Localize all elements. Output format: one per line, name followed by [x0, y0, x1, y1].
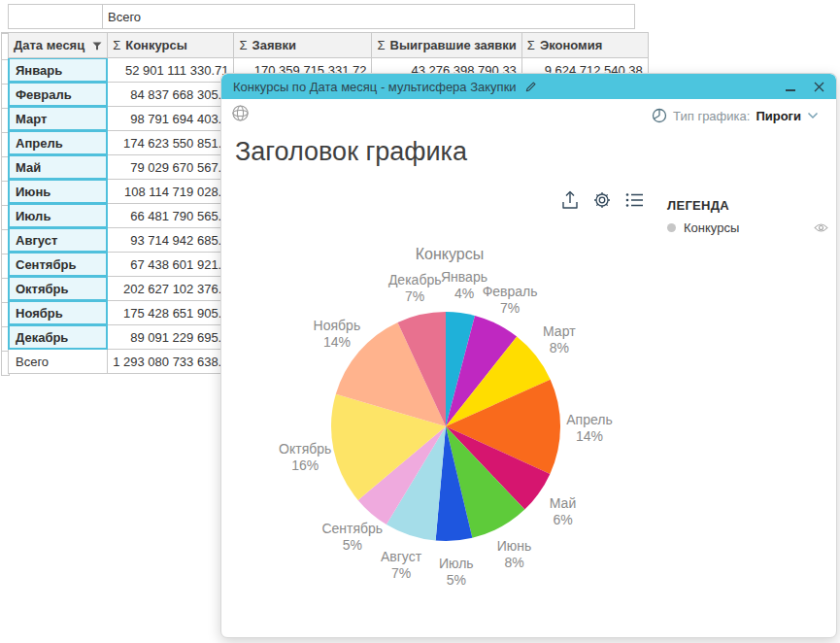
pie-label-month: Июль	[439, 556, 474, 571]
pie-label-month: Февраль	[483, 284, 538, 299]
pie-label-percent: 14%	[576, 428, 603, 444]
totals-header-table: Всего	[8, 4, 635, 29]
pie-label-month: Апрель	[566, 412, 613, 427]
value-cell[interactable]: 84 837 668 305.5	[108, 83, 234, 107]
list-button[interactable]	[624, 191, 644, 209]
row-header[interactable]: Май	[9, 155, 108, 180]
upload-icon	[560, 189, 580, 211]
column-header-3[interactable]: ΣВыигравшие заявки	[372, 33, 521, 58]
column-header-4[interactable]: ΣЭкономия	[521, 33, 648, 58]
legend-title: ЛЕГЕНДА	[667, 198, 729, 213]
row-header[interactable]: Февраль	[9, 83, 108, 107]
row-header[interactable]: Июнь	[9, 180, 108, 204]
pie-label-month: Сентябрь	[321, 521, 383, 536]
gear-icon	[592, 190, 612, 210]
chart-title: Заголовок графика	[235, 137, 467, 167]
pie-label-month: Октябрь	[279, 441, 331, 457]
filter-icon[interactable]	[92, 42, 102, 51]
corner-cell	[9, 5, 103, 29]
row-header[interactable]: Март	[9, 107, 108, 131]
row-header[interactable]: Апрель	[9, 131, 108, 155]
settings-button[interactable]	[592, 190, 612, 210]
chart-toolbar	[560, 189, 644, 211]
dialog-titlebar[interactable]: Конкурсы по Дата месяц - мультисфера Зак…	[221, 74, 836, 99]
chart-type-value: Пироги	[756, 109, 801, 123]
chevron-down-icon	[807, 112, 819, 119]
value-cell[interactable]: 93 714 942 685.7	[108, 228, 234, 253]
list-icon	[624, 191, 644, 209]
row-header[interactable]: Сентябрь	[9, 253, 108, 277]
value-cell[interactable]: 174 623 550 851.7	[108, 131, 234, 155]
row-header[interactable]: Январь	[9, 58, 108, 83]
close-button[interactable]	[814, 82, 824, 92]
minimize-button[interactable]	[786, 80, 797, 93]
column-header-1[interactable]: ΣКонкурсы	[108, 33, 234, 58]
value-cell[interactable]: 202 627 102 376.3	[108, 277, 234, 301]
pie-chart: Январь4%Февраль7%Март8%Апрель14%Май6%Июн…	[221, 229, 765, 635]
pie-label-percent: 7%	[405, 288, 424, 304]
chart-dialog: Конкурсы по Дата месяц - мультисфера Зак…	[220, 73, 837, 638]
top-header-cell: Всего	[103, 5, 635, 29]
value-cell[interactable]: 52 901 111 330.71	[108, 58, 234, 83]
row-header[interactable]: Июль	[9, 204, 108, 228]
chart-type-selector[interactable]: Тип графика: Пироги	[652, 108, 819, 123]
close-icon	[814, 82, 824, 92]
multisphere-icon[interactable]	[231, 104, 250, 126]
chart-type-label: Тип графика:	[673, 109, 750, 123]
pie-label-month: Январь	[441, 269, 487, 285]
row-header[interactable]: Всего	[9, 350, 108, 374]
pie-label-percent: 5%	[343, 537, 362, 553]
pie-label-percent: 4%	[454, 286, 474, 301]
value-cell[interactable]: 66 481 790 565.4	[108, 204, 234, 228]
value-cell[interactable]: 108 114 719 028.9	[108, 180, 234, 204]
pie-label-month: Ноябрь	[314, 318, 361, 333]
pie-label-month: Март	[543, 323, 576, 339]
pie-label-percent: 8%	[550, 340, 569, 355]
sigma-icon: Σ	[113, 38, 120, 52]
value-cell[interactable]: 79 029 670 567.2	[108, 155, 234, 180]
column-header-0[interactable]: Дата месяц	[9, 33, 108, 58]
row-header[interactable]: Октябрь	[9, 277, 108, 301]
pie-label-percent: 14%	[323, 334, 351, 350]
edit-title-icon[interactable]	[524, 81, 537, 93]
row-header[interactable]: Август	[9, 228, 108, 253]
dialog-title: Конкурсы по Дата месяц - мультисфера Зак…	[233, 80, 517, 94]
pie-label-percent: 7%	[500, 300, 520, 316]
value-cell[interactable]: 89 091 229 695.9	[108, 325, 234, 350]
pie-label-month: Май	[550, 495, 576, 511]
pie-label-month: Июнь	[497, 538, 532, 554]
pie-label-percent: 7%	[391, 565, 411, 581]
column-header-row: Дата месяцΣКонкурсыΣЗаявкиΣВыигравшие за…	[9, 33, 649, 58]
sigma-icon: Σ	[239, 38, 247, 52]
export-button[interactable]	[560, 189, 580, 211]
value-cell[interactable]: 175 428 651 905.3	[108, 301, 234, 325]
pie-label-percent: 16%	[291, 457, 319, 473]
value-cell[interactable]: 67 438 601 921.1	[108, 253, 234, 277]
sigma-icon: Σ	[377, 38, 385, 52]
visibility-eye-icon[interactable]	[814, 222, 828, 233]
pie-label-percent: 5%	[447, 572, 466, 588]
value-cell[interactable]: 1 293 080 733 638.0	[108, 350, 234, 374]
pie-label-month: Август	[381, 549, 422, 564]
row-header[interactable]: Декабрь	[9, 325, 108, 350]
column-header-2[interactable]: ΣЗаявки	[234, 33, 372, 58]
pie-label-month: Декабрь	[388, 272, 442, 288]
row-header[interactable]: Ноябрь	[9, 301, 108, 325]
sigma-icon: Σ	[527, 38, 535, 52]
pie-label-percent: 8%	[504, 555, 523, 570]
pie-label-percent: 6%	[553, 512, 572, 527]
minimize-icon	[786, 89, 795, 91]
value-cell[interactable]: 98 791 694 403.8	[108, 107, 234, 131]
pie-type-icon	[652, 108, 667, 123]
